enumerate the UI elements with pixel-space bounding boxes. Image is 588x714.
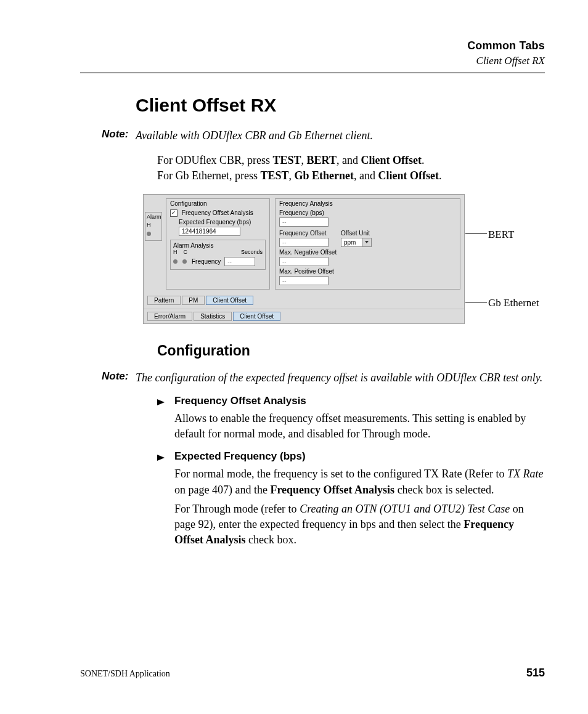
dropdown-value: ppm xyxy=(341,238,362,246)
tabs-bottom-row: Error/Alarm Statistics Client Offset xyxy=(144,309,464,323)
xref-creating-otn: Creating an OTN (OTU1 and OTU2) Test Cas… xyxy=(300,503,510,515)
max-neg-offset-label: Max. Negative Offset xyxy=(279,249,456,256)
checkbox-icon[interactable]: ✓ xyxy=(170,209,178,217)
nav-text: For ODUflex CBR, press xyxy=(157,154,273,166)
tab-pattern[interactable]: Pattern xyxy=(147,296,181,305)
max-neg-offset-field: -- xyxy=(279,257,329,266)
note-availability: Note: Available with ODUflex CBR and Gb … xyxy=(102,128,545,143)
nav-text: For Gb Ethernet, press xyxy=(157,169,260,182)
status-dot-icon xyxy=(173,259,178,264)
tabs-top-row: Pattern PM Client Offset xyxy=(144,293,464,306)
nav-bold: Client Offset xyxy=(378,169,439,182)
callout-line xyxy=(465,233,487,234)
footer-app-name: SONET/SDH Application xyxy=(80,669,170,679)
status-dot-icon xyxy=(182,259,187,264)
seconds-label: Seconds xyxy=(241,249,263,255)
freq-bps-field: -- xyxy=(279,217,329,227)
callout-line xyxy=(465,302,487,302)
group-title: Frequency Analysis xyxy=(279,200,456,207)
freq-bps-label: Frequency (bps) xyxy=(279,209,456,216)
bullet-heading: Frequency Offset Analysis xyxy=(174,395,306,407)
tab-client-offset-bottom[interactable]: Client Offset xyxy=(233,312,280,321)
subsection-title: Client Offset RX xyxy=(80,55,545,67)
xref-tx-rate: TX Rate xyxy=(507,468,544,480)
callout-bert: BERT xyxy=(488,229,514,241)
alarm-analysis-group: Alarm Analysis H C Seconds Frequency xyxy=(170,240,266,270)
bullet-arrow-icon xyxy=(157,395,174,407)
bullet-freq-offset-analysis: Frequency Offset Analysis xyxy=(157,395,545,407)
group-title: Configuration xyxy=(170,200,266,207)
note-label: Note: xyxy=(102,370,136,385)
page-footer: SONET/SDH Application 515 xyxy=(80,667,545,680)
status-dot-icon xyxy=(147,232,151,236)
chevron-down-icon xyxy=(362,238,371,246)
nav-instructions: For ODUflex CBR, press TEST, BERT, and C… xyxy=(157,153,545,184)
bullet-body: Allows to enable the frequency offset me… xyxy=(174,411,545,442)
max-pos-offset-label: Max. Positive Offset xyxy=(279,268,456,275)
nav-bold: Gb Ethernet xyxy=(295,169,354,182)
alarm-side-title: Alarm xyxy=(147,214,160,220)
bullet-heading: Expected Frequency (bps) xyxy=(174,450,306,463)
footer-page-number: 515 xyxy=(526,667,545,680)
note-text: Available with ODUflex CBR and Gb Ethern… xyxy=(136,128,545,143)
freq-offset-field: -- xyxy=(279,238,329,247)
chapter-title: Common Tabs xyxy=(80,39,545,52)
checkbox-label: Frequency Offset Analysis xyxy=(182,209,253,216)
tab-error-alarm[interactable]: Error/Alarm xyxy=(147,312,192,321)
nav-bold: BERT xyxy=(307,154,337,166)
expected-freq-input[interactable]: 1244181964 xyxy=(179,227,240,236)
callout-gb-ethernet: Gb Ethernet xyxy=(488,297,539,309)
note-configuration: Note: The configuration of the expected … xyxy=(102,370,545,385)
bullet-arrow-icon xyxy=(157,450,174,463)
bold-term: Frequency Offset Analysis xyxy=(270,484,394,496)
alarm-analysis-title: Alarm Analysis xyxy=(173,242,214,249)
running-header: Common Tabs Client Offset RX xyxy=(80,39,545,67)
tab-pm[interactable]: PM xyxy=(182,296,205,305)
freq-offset-checkbox-row: ✓ Frequency Offset Analysis xyxy=(170,209,266,217)
alarm-frequency-label: Frequency xyxy=(192,258,221,265)
note-label: Note: xyxy=(102,128,136,143)
ui-panel: Alarm H Configuration ✓ Frequency Offset… xyxy=(143,194,465,324)
header-rule xyxy=(80,72,545,73)
alarm-side-panel: Alarm H xyxy=(144,195,162,241)
freq-offset-label: Frequency Offset xyxy=(279,230,329,237)
configuration-group: Configuration ✓ Frequency Offset Analysi… xyxy=(166,198,270,290)
page-title: Client Offset RX xyxy=(136,95,545,116)
tab-statistics[interactable]: Statistics xyxy=(194,312,232,321)
expected-freq-label: Expected Frequency (bps) xyxy=(179,219,266,225)
max-pos-offset-field: -- xyxy=(279,276,329,285)
nav-bold: Client Offset xyxy=(361,154,421,166)
tab-client-offset[interactable]: Client Offset xyxy=(206,296,253,305)
frequency-analysis-group: Frequency Analysis Frequency (bps) -- Fr… xyxy=(275,198,460,290)
section-configuration: Configuration xyxy=(157,343,545,359)
bullet-body: For normal mode, the frequency is set to… xyxy=(174,466,545,497)
ui-screenshot: Alarm H Configuration ✓ Frequency Offset… xyxy=(143,194,545,324)
bullet-expected-frequency: Expected Frequency (bps) xyxy=(157,450,545,463)
note-text: The configuration of the expected freque… xyxy=(136,370,545,385)
nav-bold: TEST xyxy=(273,154,301,166)
offset-unit-label: Offset Unit xyxy=(341,230,372,237)
offset-unit-dropdown[interactable]: ppm xyxy=(341,238,372,247)
bullet-body: For Through mode (refer to Creating an O… xyxy=(174,501,545,548)
nav-bold: TEST xyxy=(260,169,288,182)
seconds-field: -- xyxy=(224,257,255,266)
